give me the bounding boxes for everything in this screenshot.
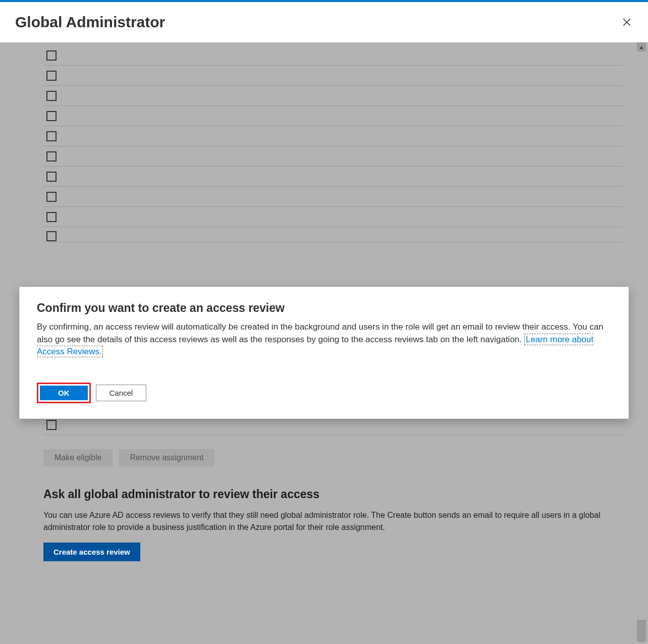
row-checkbox[interactable] <box>46 420 57 430</box>
list-item[interactable] <box>43 45 623 66</box>
access-review-section: Ask all global administrator to review t… <box>43 488 623 561</box>
row-checkbox[interactable] <box>46 111 57 121</box>
dialog-actions: OK Cancel <box>37 383 611 403</box>
page-title: Global Administrator <box>15 14 165 31</box>
create-access-review-button[interactable]: Create access review <box>43 543 140 561</box>
list-item[interactable] <box>43 146 623 167</box>
list-item[interactable] <box>43 187 623 207</box>
cancel-button[interactable]: Cancel <box>96 385 147 401</box>
content-area: ▲ Make eligible Remove assignment Ask al <box>0 42 648 644</box>
close-icon[interactable] <box>621 16 633 28</box>
list-item[interactable] <box>43 106 623 126</box>
list-item[interactable] <box>43 66 623 86</box>
ok-button[interactable]: OK <box>40 386 88 400</box>
row-checkbox[interactable] <box>46 212 57 222</box>
row-checkbox[interactable] <box>46 91 57 101</box>
list-item[interactable] <box>43 86 623 106</box>
main-background: ▲ Make eligible Remove assignment Ask al <box>2 42 646 642</box>
list-item[interactable] <box>43 167 623 187</box>
row-checkbox[interactable] <box>46 131 57 141</box>
access-review-heading: Ask all global administrator to review t… <box>43 488 623 501</box>
dialog-description-text: By confirming, an access review will aut… <box>37 322 604 344</box>
access-review-description: You can use Azure AD access reviews to v… <box>43 509 623 533</box>
list-item[interactable] <box>43 207 623 227</box>
dialog-description: By confirming, an access review will aut… <box>37 321 611 358</box>
user-list <box>43 45 623 242</box>
ok-highlight: OK <box>37 383 91 403</box>
dialog-title: Confirm you want to create an access rev… <box>37 301 611 315</box>
row-checkbox[interactable] <box>46 71 57 81</box>
page-header: Global Administrator <box>0 2 648 42</box>
row-checkbox[interactable] <box>46 50 57 61</box>
row-checkbox[interactable] <box>46 192 57 202</box>
scrollbar-thumb[interactable] <box>637 620 646 642</box>
scrollbar-up-arrow[interactable]: ▲ <box>637 42 646 51</box>
confirm-dialog: Confirm you want to create an access rev… <box>19 287 629 419</box>
remove-assignment-button[interactable]: Remove assignment <box>119 449 214 466</box>
bulk-action-row: Make eligible Remove assignment <box>43 449 646 466</box>
list-item[interactable] <box>43 227 623 242</box>
list-item[interactable] <box>43 126 623 146</box>
make-eligible-button[interactable]: Make eligible <box>43 449 113 466</box>
row-checkbox[interactable] <box>46 172 57 182</box>
row-checkbox[interactable] <box>46 151 57 162</box>
row-checkbox[interactable] <box>46 231 57 241</box>
